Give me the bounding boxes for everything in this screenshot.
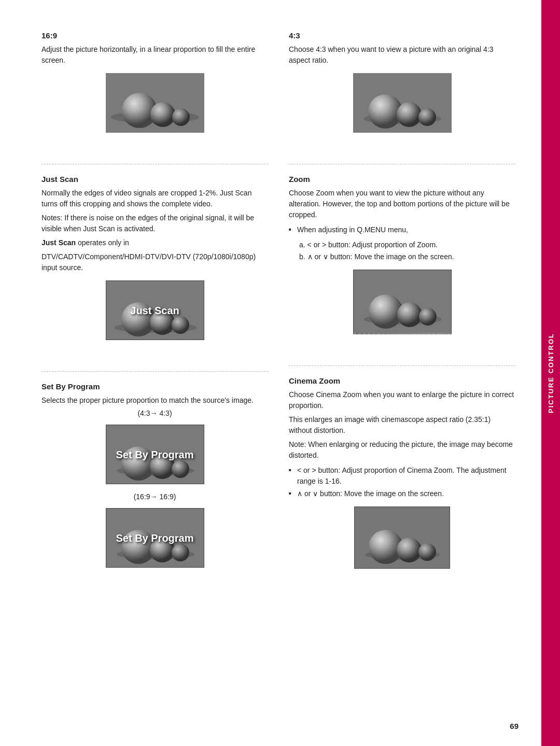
svg-point-29 [419, 308, 437, 326]
section-sbp-title: Set By Program [41, 382, 268, 391]
zoom-sub-bullet-b-text: b. ∧ or ∨ button: Move the image on the … [299, 252, 454, 261]
divider-43-zoom [289, 164, 515, 164]
svg-point-9 [172, 316, 189, 334]
page-number: 69 [510, 722, 519, 730]
zoom-bullet-1-text: When adjusting in Q.MENU menu, [297, 226, 408, 234]
section-just-scan: Just Scan Normally the edges of video si… [41, 175, 268, 356]
zoom-bullet-list: When adjusting in Q.MENU menu, [289, 224, 515, 235]
svg-point-28 [397, 302, 422, 327]
cinema-zoom-bullet-2-text: ∧ or ∨ button: Move the image on the scr… [297, 489, 444, 498]
section-zoom-text: Choose Zoom when you want to view the pi… [289, 188, 515, 220]
balls-169-image [106, 73, 204, 133]
side-tab-label: PICTURE CONTROL [547, 333, 555, 413]
just-scan-label: Just Scan [130, 304, 179, 316]
section-169: 16:9 Adjust the picture horizontally, in… [41, 31, 268, 148]
just-scan-photo: Just Scan [106, 280, 204, 340]
section-cinema-zoom-text3: Note: When enlarging or reducing the pic… [289, 439, 515, 461]
svg-point-23 [397, 102, 422, 127]
section-cinema-zoom-text2: This enlarges an image with cinemascope … [289, 414, 515, 436]
zoom-svg [354, 270, 452, 334]
section-set-by-program: Set By Program Selects the proper pictur… [41, 382, 268, 583]
just-scan-normal: operates only in [76, 238, 129, 247]
sbp-arrow-label1: (4:3→ 4:3) [41, 409, 268, 417]
section-zoom-title: Zoom [289, 175, 515, 184]
svg-point-14 [172, 460, 189, 478]
section-cinema-zoom-image [289, 506, 515, 569]
section-cinema-zoom: Cinema Zoom Choose Cinema Zoom when you … [289, 376, 515, 584]
zoom-bullet-1: When adjusting in Q.MENU menu, [289, 224, 515, 235]
section-43-text: Choose 4:3 when you want to view a pictu… [289, 44, 515, 66]
section-zoom: Zoom Choose Zoom when you want to view t… [289, 175, 515, 350]
section-just-scan-text1: Normally the edges of video signals are … [41, 188, 268, 209]
cinema-zoom-bullet-list: < or > button: Adjust proportion of Cine… [289, 465, 515, 499]
balls-43-image [353, 73, 452, 133]
svg-point-3 [150, 102, 175, 127]
sbp-arrow-label2: (16:9→ 16:9) [41, 492, 268, 501]
zoom-sub-bullet-a: a. < or > button: Adjust proportion of Z… [289, 240, 515, 250]
section-169-image [41, 73, 268, 133]
section-cinema-zoom-text1: Choose Cinema Zoom when you want to enla… [289, 389, 515, 411]
section-just-scan-text4: DTV/CADTV/Component/HDMI-DTV/DVI-DTV (72… [41, 251, 268, 273]
sbp-photo2: Set By Program [106, 508, 204, 568]
sbp-label1: Set By Program [116, 448, 193, 460]
cinema-zoom-bullet-2: ∧ or ∨ button: Move the image on the scr… [289, 488, 515, 499]
section-cinema-zoom-title: Cinema Zoom [289, 376, 515, 385]
cinema-zoom-photo [354, 506, 450, 569]
picture-control-tab: PICTURE CONTROL [541, 0, 560, 746]
svg-point-24 [418, 108, 436, 126]
divider-just-scan-sbp [41, 371, 268, 372]
just-scan-bold: Just Scan [41, 238, 76, 247]
sbp-photo1: Set By Program [106, 425, 204, 484]
section-169-title: 16:9 [41, 31, 268, 40]
sbp-label2: Set By Program [116, 532, 193, 544]
cinema-zoom-bullet-1: < or > button: Adjust proportion of Cine… [289, 465, 515, 487]
svg-point-34 [418, 543, 436, 561]
svg-point-19 [172, 544, 189, 561]
divider-169-just-scan [41, 164, 268, 164]
section-just-scan-title: Just Scan [41, 175, 268, 184]
section-43: 4:3 Choose 4:3 when you want to view a p… [289, 31, 515, 148]
svg-point-4 [172, 108, 190, 126]
zoom-sub-bullet-b: b. ∧ or ∨ button: Move the image on the … [289, 251, 515, 262]
zoom-photo [353, 270, 452, 334]
zoom-sub-bullet-a-text: a. < or > button: Adjust proportion of Z… [299, 241, 438, 249]
section-43-title: 4:3 [289, 31, 515, 40]
sbp-image2: Set By Program [41, 508, 268, 568]
section-169-text: Adjust the picture horizontally, in a li… [41, 44, 268, 66]
cinema-zoom-bullet-1-text: < or > button: Adjust proportion of Cine… [297, 466, 507, 485]
section-just-scan-text2: Notes: If there is noise on the edges of… [41, 213, 268, 234]
divider-zoom-cinema [289, 365, 515, 366]
section-sbp-text: Selects the proper picture proportion to… [41, 395, 268, 406]
cinema-zoom-svg [355, 507, 450, 569]
section-just-scan-text3: Just Scan operates only in [41, 237, 268, 248]
section-43-image [289, 73, 515, 133]
section-just-scan-image: Just Scan [41, 280, 268, 340]
svg-point-33 [397, 538, 422, 562]
section-zoom-image [289, 270, 515, 334]
sbp-image1: Set By Program [41, 425, 268, 484]
